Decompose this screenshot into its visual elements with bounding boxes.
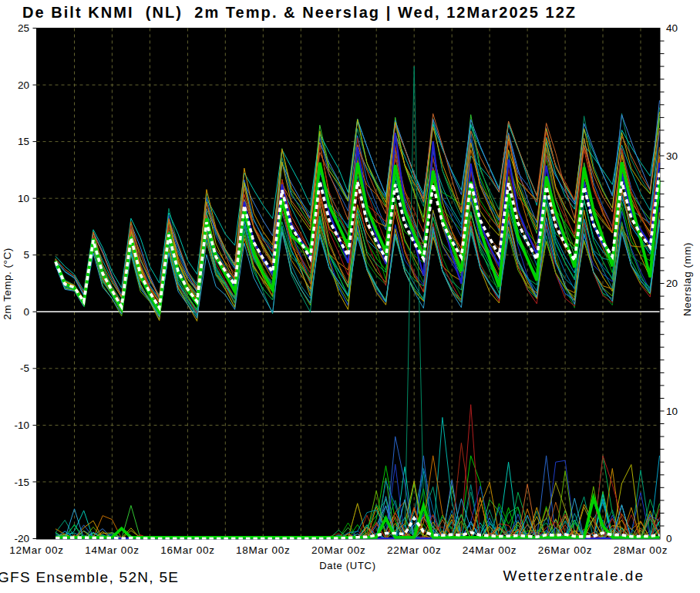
svg-text:0: 0: [23, 306, 29, 318]
svg-text:-5: -5: [20, 362, 29, 374]
svg-text:0: 0: [666, 533, 672, 544]
svg-text:15: 15: [18, 136, 29, 147]
svg-text:18Mar 00z: 18Mar 00z: [236, 544, 291, 556]
svg-text:26Mar 00z: 26Mar 00z: [538, 544, 593, 556]
svg-text:20: 20: [18, 79, 29, 91]
svg-text:Neerslag (mm): Neerslag (mm): [681, 242, 693, 316]
svg-text:10: 10: [666, 406, 678, 417]
svg-text:22Mar 00z: 22Mar 00z: [387, 544, 442, 556]
svg-text:-10: -10: [14, 419, 29, 431]
svg-text:30: 30: [666, 150, 678, 162]
svg-text:-15: -15: [14, 477, 29, 488]
svg-text:20: 20: [666, 278, 678, 289]
svg-text:24Mar 00z: 24Mar 00z: [463, 544, 517, 556]
svg-text:-20: -20: [14, 533, 29, 544]
svg-text:10: 10: [18, 193, 29, 204]
svg-text:Wetterzentrale.de: Wetterzentrale.de: [503, 568, 644, 584]
svg-text:Date (UTC): Date (UTC): [319, 560, 375, 571]
svg-text:28Mar 00z: 28Mar 00z: [614, 544, 668, 556]
svg-text:16Mar 00z: 16Mar 00z: [160, 544, 215, 556]
svg-text:2m Temp. (°C): 2m Temp. (°C): [2, 248, 13, 319]
svg-text:GFS Ensemble, 52N, 5E: GFS Ensemble, 52N, 5E: [0, 569, 179, 585]
svg-text:12Mar 00z: 12Mar 00z: [9, 544, 64, 556]
svg-text:40: 40: [666, 22, 678, 34]
svg-text:5: 5: [23, 249, 29, 261]
svg-text:De Bilt KNMI (NL) 2m Temp. &: De Bilt KNMI (NL) 2m Temp. & Neerslag | …: [22, 4, 577, 21]
svg-text:14Mar 00z: 14Mar 00z: [85, 544, 140, 556]
svg-text:25: 25: [18, 22, 29, 34]
svg-text:20Mar 00z: 20Mar 00z: [311, 544, 366, 556]
